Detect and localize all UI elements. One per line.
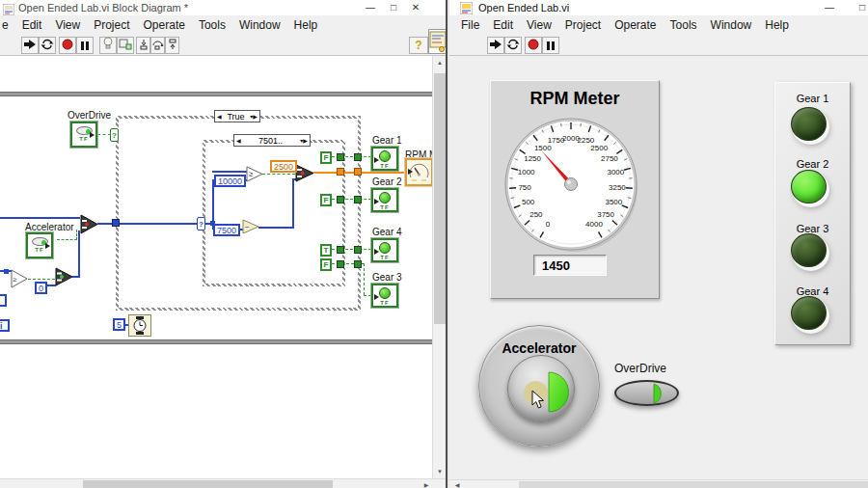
menu-tools[interactable]: Tools bbox=[664, 15, 704, 36]
numeric-constant[interactable] bbox=[0, 294, 7, 307]
case-selector-label-range[interactable]: ◀ 7501.. ▾▶ bbox=[233, 134, 311, 147]
gear2-terminal[interactable]: TF bbox=[371, 188, 398, 212]
gear1-terminal[interactable]: TF bbox=[371, 147, 398, 171]
boolean-constant[interactable]: F bbox=[320, 194, 332, 206]
tunnel[interactable] bbox=[337, 153, 344, 161]
horizontal-scrollbar[interactable]: ▶ bbox=[0, 478, 446, 488]
overdrive-terminal[interactable]: TF bbox=[70, 122, 97, 148]
terminal-label[interactable]: Accelerator bbox=[25, 222, 74, 232]
vi-icon-pane[interactable] bbox=[428, 29, 448, 54]
wait-ms-function[interactable] bbox=[128, 314, 151, 337]
menu-file[interactable]: File bbox=[454, 15, 486, 36]
terminal-label[interactable]: Gear 2 bbox=[372, 176, 402, 187]
scroll-up-arrow[interactable]: ▲ bbox=[433, 56, 447, 69]
numeric-constant[interactable]: 2500 bbox=[270, 160, 297, 173]
vertical-scrollbar[interactable]: ▲ ▼ bbox=[432, 56, 446, 478]
step-out-button[interactable] bbox=[165, 37, 179, 54]
diagram-canvas[interactable]: ◀ True ▾▶ ◀ 7501.. ▾▶ ? ? OverDrive TF A… bbox=[0, 56, 432, 478]
tunnel[interactable] bbox=[354, 168, 362, 176]
select-function[interactable] bbox=[295, 164, 314, 186]
step-into-button[interactable] bbox=[136, 37, 150, 54]
minimize-button[interactable]: — bbox=[820, 0, 839, 14]
tunnel[interactable] bbox=[354, 246, 362, 254]
minimize-button[interactable]: — bbox=[361, 0, 380, 14]
numeric-constant[interactable]: 0 bbox=[35, 282, 47, 294]
while-loop-top-border[interactable] bbox=[0, 92, 432, 96]
tunnel[interactable] bbox=[337, 260, 344, 268]
while-loop-bottom-border[interactable] bbox=[0, 339, 432, 344]
scroll-right-arrow[interactable]: ▶ bbox=[420, 479, 432, 488]
case-dropdown-icon[interactable]: ▾▶ bbox=[300, 137, 308, 144]
menu-project[interactable]: Project bbox=[558, 15, 608, 36]
greater-equal-zero-function[interactable]: ≥ bbox=[11, 269, 28, 292]
accelerator-green-wedge[interactable] bbox=[548, 371, 570, 413]
iteration-terminal[interactable]: i bbox=[0, 319, 10, 332]
accelerator-terminal[interactable]: TF bbox=[26, 232, 53, 258]
pause-button[interactable] bbox=[76, 37, 94, 54]
case-prev-icon[interactable]: ◀ bbox=[236, 137, 241, 144]
menu-help[interactable]: Help bbox=[758, 15, 796, 36]
overdrive-green-wedge[interactable] bbox=[653, 383, 665, 404]
case-selector-terminal[interactable]: ? bbox=[197, 217, 205, 230]
rpm-meter-terminal[interactable] bbox=[405, 158, 432, 186]
tunnel[interactable] bbox=[337, 196, 344, 203]
context-help-button[interactable]: ? bbox=[409, 37, 428, 54]
menu-window[interactable]: Window bbox=[232, 15, 287, 36]
menu-edit[interactable]: Edit bbox=[15, 15, 49, 36]
scroll-down-arrow[interactable]: ▼ bbox=[433, 465, 447, 478]
overdrive-switch[interactable] bbox=[614, 380, 679, 406]
menu-tools[interactable]: Tools bbox=[192, 15, 232, 36]
case-selector-terminal[interactable]: ? bbox=[110, 128, 119, 142]
subtract-function[interactable]: − bbox=[242, 219, 259, 238]
run-continuous-button[interactable] bbox=[39, 37, 56, 54]
menu-view[interactable]: View bbox=[520, 15, 558, 36]
menu-operate[interactable]: Operate bbox=[137, 15, 192, 36]
horizontal-scrollbar[interactable]: ◀ bbox=[449, 479, 868, 488]
case-dropdown-icon[interactable]: ▾▶ bbox=[250, 113, 258, 120]
terminal-label[interactable]: Gear 4 bbox=[372, 227, 402, 237]
menu-operate[interactable]: Operate bbox=[608, 15, 663, 36]
tunnel[interactable] bbox=[337, 246, 344, 254]
run-button[interactable] bbox=[487, 37, 504, 54]
abort-button[interactable] bbox=[525, 37, 542, 54]
numeric-constant[interactable]: 10000 bbox=[214, 175, 246, 187]
menu-project[interactable]: Project bbox=[87, 15, 136, 36]
scrollbar-thumb[interactable] bbox=[519, 481, 868, 488]
menu-edit[interactable]: Edit bbox=[486, 15, 520, 36]
select-function[interactable] bbox=[80, 214, 98, 238]
boolean-constant[interactable]: T bbox=[320, 244, 332, 257]
maximize-button[interactable]: □ bbox=[853, 0, 868, 14]
tunnel[interactable] bbox=[112, 219, 120, 227]
case-selector-label-true[interactable]: ◀ True ▾▶ bbox=[214, 110, 260, 122]
terminal-label[interactable]: Gear 1 bbox=[372, 135, 402, 146]
run-button[interactable] bbox=[21, 37, 39, 54]
terminal-label[interactable]: OverDrive bbox=[68, 110, 111, 121]
tunnel[interactable] bbox=[354, 196, 362, 203]
menu-view[interactable]: View bbox=[48, 15, 87, 36]
select-function[interactable] bbox=[55, 267, 73, 290]
gear4-terminal[interactable]: TF bbox=[371, 238, 398, 262]
tunnel[interactable] bbox=[337, 168, 344, 176]
maximize-button[interactable]: □ bbox=[384, 0, 403, 14]
case-prev-icon[interactable]: ◀ bbox=[217, 113, 222, 120]
tunnel[interactable] bbox=[354, 260, 362, 268]
run-continuous-button[interactable] bbox=[504, 37, 522, 54]
greater-equal-function[interactable]: ≥ bbox=[246, 166, 263, 186]
step-over-button[interactable] bbox=[150, 37, 165, 54]
scrollbar-thumb[interactable] bbox=[83, 480, 333, 488]
tunnel[interactable] bbox=[354, 153, 362, 161]
close-button[interactable]: ✕ bbox=[406, 0, 425, 14]
terminal-label[interactable]: Gear 3 bbox=[372, 272, 402, 283]
menu-window[interactable]: Window bbox=[704, 15, 759, 36]
scrollbar-thumb[interactable] bbox=[434, 73, 446, 324]
boolean-constant[interactable]: F bbox=[320, 151, 332, 164]
pause-button[interactable] bbox=[542, 37, 559, 54]
menu-file[interactable]: e bbox=[0, 15, 15, 36]
numeric-constant[interactable]: 5 bbox=[113, 318, 125, 331]
scroll-left-arrow[interactable]: ◀ bbox=[451, 480, 463, 488]
menu-help[interactable]: Help bbox=[287, 15, 325, 36]
gear3-terminal[interactable]: TF bbox=[371, 284, 398, 308]
boolean-constant[interactable]: F bbox=[320, 258, 332, 271]
numeric-constant[interactable]: 7500 bbox=[213, 224, 240, 236]
abort-button[interactable] bbox=[59, 37, 76, 54]
